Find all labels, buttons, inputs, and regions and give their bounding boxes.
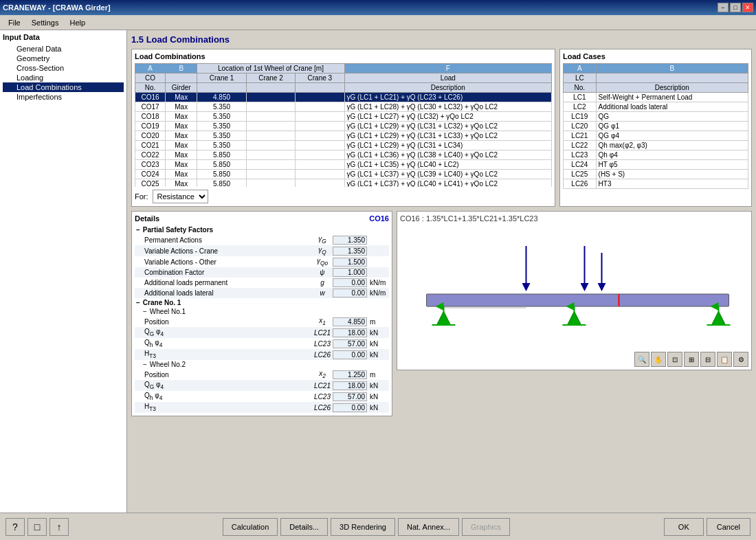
sidebar-item-load-combinations[interactable]: Load Combinations (3, 82, 124, 92)
gfx-btn-7[interactable]: ⚙ (733, 352, 748, 367)
lc-panel-title: Load Combinations (135, 52, 552, 60)
crane-no1-header[interactable]: Crane No. 1 (135, 298, 389, 307)
table-row[interactable]: LC20QG φ1 (564, 122, 748, 131)
section-title: 1.5 Load Combinations (131, 34, 752, 45)
detail-add-lateral: Additional loads lateral w 0.00 kN/m (135, 288, 389, 298)
details-button[interactable]: Details... (280, 518, 328, 536)
for-label: For: (135, 192, 148, 201)
close-button[interactable]: ✕ (742, 3, 753, 12)
col-desc: Description (344, 83, 551, 93)
crane-diagram (400, 225, 748, 349)
gfx-btn-1[interactable]: 🔍 (634, 352, 649, 367)
table-row[interactable]: CO23Max5.850γG (LC1 + LC35) + γQ (LC40 +… (135, 160, 552, 170)
gfx-btn-6[interactable]: 📋 (717, 352, 732, 367)
table-row[interactable]: CO19Max5.350γG (LC1 + LC29) + γQ (LC31 +… (135, 122, 552, 131)
col-girder: Girder (166, 83, 197, 93)
load-combinations-panel: Load Combinations A B Location of 1st Wh… (131, 49, 555, 207)
detail-comb-factor: Combination Factor ψ 1.000 (135, 267, 389, 278)
table-row[interactable]: CO22Max5.850γG (LC1 + LC36) + γQ (LC38 +… (135, 150, 552, 160)
sidebar-item-imperfections[interactable]: Imperfections (3, 92, 124, 102)
menu-help[interactable]: Help (64, 17, 91, 28)
maximize-button[interactable]: □ (730, 3, 741, 12)
col-header-f: F (344, 64, 551, 74)
partial-safety-factors-header[interactable]: Partial Safety Factors (135, 225, 389, 234)
detail-w2-qh: Qh φ4 LC23 57.00 kN (135, 391, 389, 402)
table-row[interactable]: LC25(HS + S) (564, 170, 748, 179)
col-header-loc: Location of 1st Wheel of Crane [m] (197, 64, 344, 74)
table-row[interactable]: CO25Max5.850γG (LC1 + LC37) + γQ (LC40 +… (135, 179, 552, 188)
title-bar: CRANEWAY - [CRAWA Girder] − □ ✕ (0, 0, 756, 15)
lc-sub-desc: Description (596, 83, 748, 93)
sidebar: Input Data General Data Geometry Cross-S… (0, 30, 127, 513)
table-row[interactable]: CO21Max5.350γG (LC1 + LC29) + γQ (LC31 +… (135, 141, 552, 150)
help-button[interactable]: ? (5, 518, 25, 536)
gfx-btn-4[interactable]: ⊞ (684, 352, 699, 367)
table-row[interactable]: CO24Max5.850γG (LC1 + LC37) + γQ (LC39 +… (135, 170, 552, 179)
menu-bar: File Settings Help (0, 15, 756, 30)
sidebar-item-geometry[interactable]: Geometry (3, 54, 124, 63)
gfx-btn-3[interactable]: ⊡ (667, 352, 682, 367)
wheel-no1-header[interactable]: Wheel No.1 (135, 307, 389, 316)
sidebar-item-general-data[interactable]: General Data (3, 44, 124, 54)
svg-rect-4 (427, 294, 729, 306)
wheel-no2-header[interactable]: Wheel No.2 (135, 360, 389, 369)
table-row[interactable]: LC19QG (564, 112, 748, 122)
lc-sub-no: No. (564, 83, 597, 93)
lc-cases-title: Load Cases (563, 52, 748, 60)
col-header-b: B (166, 64, 197, 74)
lc-table-scroll[interactable]: A B Location of 1st Wheel of Crane [m] F… (135, 63, 552, 187)
open-button[interactable]: ↑ (49, 518, 69, 536)
detail-w1-ht3: HT3 LC26 0.00 kN (135, 349, 389, 360)
detail-var-other: Variable Actions - Other γQo 1.500 (135, 256, 389, 267)
table-row[interactable]: CO17Max5.350γG (LC1 + LC28) + γQ (LC30 +… (135, 102, 552, 112)
bottom-left-col: Details CO16 Partial Safety Factors Perm… (131, 211, 392, 420)
table-row[interactable]: LC1Self-Weight + Permanent Load (564, 93, 748, 102)
col-c3 (296, 83, 344, 93)
col-no: No. (135, 83, 166, 93)
table-row[interactable]: CO20Max5.350γG (LC1 + LC29) + γQ (LC31 +… (135, 131, 552, 141)
for-select[interactable]: Resistance (153, 190, 208, 203)
table-row[interactable]: LC26HT3 (564, 179, 748, 189)
table-row[interactable]: CO16Max4.850γG (LC1 + LC21) + γQ (LC23 +… (135, 93, 552, 102)
for-row: For: Resistance (135, 190, 552, 203)
load-cases-panel: Load Cases A B LC No. Descript (559, 49, 752, 207)
table-row[interactable]: CO18Max5.350γG (LC1 + LC27) + γQ (LC32) … (135, 112, 552, 122)
graphics-button[interactable]: Graphics (462, 518, 510, 536)
col-sub-crane1: Crane 1 (197, 74, 246, 83)
menu-settings[interactable]: Settings (26, 17, 65, 28)
nat-annex-button[interactable]: Nat. Annex... (398, 518, 459, 536)
graphics-formula: CO16 : 1.35*LC1+1.35*LC21+1.35*LC23 (400, 214, 748, 223)
gfx-btn-2[interactable]: ✋ (651, 352, 666, 367)
rendering-button[interactable]: 3D Rendering (331, 518, 395, 536)
menu-file[interactable]: File (3, 17, 26, 28)
new-button[interactable]: □ (27, 518, 47, 536)
graphics-toolbar: 🔍 ✋ ⊡ ⊞ ⊟ 📋 ⚙ (400, 352, 748, 367)
cancel-button[interactable]: Cancel (707, 518, 751, 536)
minimize-button[interactable]: − (718, 3, 729, 12)
calculation-button[interactable]: Calculation (223, 518, 278, 536)
details-panel: Details CO16 Partial Safety Factors Perm… (131, 211, 392, 416)
detail-w1-qg: QG φ4 LC21 18.00 kN (135, 327, 389, 338)
svg-rect-0 (406, 225, 743, 346)
sidebar-item-cross-section[interactable]: Cross-Section (3, 63, 124, 73)
table-row[interactable]: LC21QG φ4 (564, 131, 748, 141)
crane-svg (400, 225, 748, 346)
sidebar-item-loading[interactable]: Loading (3, 73, 124, 82)
table-row[interactable]: LC23Qh φ4 (564, 150, 748, 160)
detail-w1-pos: Position x1 4.850 m (135, 316, 389, 327)
main-content: Input Data General Data Geometry Cross-S… (0, 30, 756, 513)
col-sub-co: CO (135, 74, 166, 83)
table-row[interactable]: LC22Qh max(φ2, φ3) (564, 141, 748, 150)
table-row[interactable]: LC2Additional loads lateral (564, 102, 748, 112)
detail-w2-qg: QG φ4 LC21 18.00 kN (135, 380, 389, 391)
ok-button[interactable]: OK (664, 518, 704, 536)
title-controls: − □ ✕ (718, 3, 753, 12)
top-row: Load Combinations A B Location of 1st Wh… (131, 49, 752, 207)
table-row[interactable]: LC24HT φ5 (564, 160, 748, 170)
detail-w2-pos: Position x2 1.250 m (135, 369, 389, 380)
lc-col-a: A (564, 64, 597, 74)
col-c2 (246, 83, 295, 93)
sidebar-title: Input Data (3, 33, 124, 41)
gfx-btn-5[interactable]: ⊟ (700, 352, 715, 367)
lc-col-b: B (596, 64, 748, 74)
